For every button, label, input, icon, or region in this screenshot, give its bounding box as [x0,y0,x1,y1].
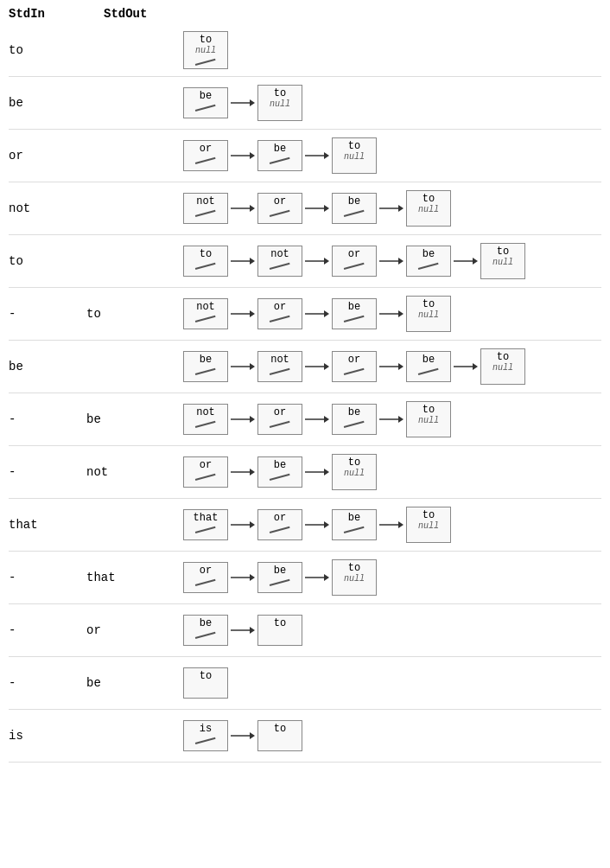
arrow-icon [231,254,255,268]
node-box: not [183,193,228,224]
node-word: not [270,248,289,260]
node-box: or [183,456,228,488]
stdin-label: to [0,254,86,268]
stdin-label: is [0,729,86,743]
stdout-label: be [86,676,181,690]
stdout-label: or [86,623,181,637]
null-label: null [418,310,439,321]
stdin-label: - [0,571,86,584]
node-word: to [423,193,435,205]
node-word: or [200,143,212,155]
slash-indicator [194,156,218,165]
node-box: be [183,87,228,118]
null-label: null [492,258,513,268]
arrow-icon [379,254,403,268]
arrow-icon [231,149,255,163]
node-box: to [257,615,302,646]
slash-indicator [268,262,292,271]
svg-marker-11 [398,205,403,212]
null-label: null [344,574,365,584]
node-word: or [348,354,360,366]
svg-marker-47 [324,521,329,528]
node-box: is [183,720,228,751]
slash-indicator [342,315,366,323]
slash-indicator [194,209,218,218]
node-word: or [274,406,286,418]
node-word: be [200,354,212,366]
node-box: not [257,246,302,277]
node-word: be [274,459,286,471]
node-box: be [332,404,377,435]
node-box: be [406,246,451,277]
svg-marker-51 [250,574,255,581]
node-box: tonull [406,296,451,332]
table-row: -notor be tonull [0,446,610,498]
chain-area: or be tonull [181,558,610,597]
arrow-icon [379,360,403,373]
chain-area: not or be tonull [181,294,610,334]
svg-marker-49 [398,521,403,528]
slash-indicator [194,262,218,271]
slash-indicator [194,578,218,587]
node-word: or [200,459,212,471]
chain-area: to [181,666,610,700]
arrow-icon [231,465,255,479]
stdin-label: - [0,307,86,321]
node-word: to [423,404,435,416]
node-box: be [332,298,377,329]
node-word: or [274,512,286,524]
null-label: null [344,152,365,163]
svg-marker-45 [250,521,255,528]
svg-marker-53 [324,574,329,581]
svg-marker-1 [250,99,255,106]
table-row: thatthat or be tonull [0,499,610,551]
arrow-icon [305,518,329,532]
svg-marker-29 [324,363,329,370]
svg-marker-43 [324,469,329,475]
table-row: totonull [0,24,610,76]
arrow-icon [231,307,255,321]
node-box: tonull [257,85,302,121]
arrow-icon [231,729,255,743]
arrow-icon [231,623,255,637]
node-box: be [183,351,228,382]
chain-area: is to [181,718,610,753]
slash-indicator [194,420,218,429]
table-row: notnot or be tonull [0,182,610,234]
svg-marker-39 [398,416,403,423]
node-word: to [200,34,212,46]
stdout-label: be [86,412,181,426]
svg-marker-3 [250,152,255,159]
arrow-icon [305,149,329,163]
stdin-label: or [0,149,86,163]
node-box: tonull [406,401,451,437]
table-row: bebe tonull [0,77,610,129]
arrow-icon [454,360,478,373]
table-row: toto not or be tonull [0,235,610,287]
slash-indicator [194,315,218,323]
node-box: or [257,298,302,329]
svg-marker-37 [324,416,329,423]
slash-indicator [268,578,292,587]
node-box: or [183,140,228,171]
node-word: be [274,143,286,155]
header-stdout: StdOut [104,7,207,21]
arrow-icon [305,571,329,584]
row-separator [9,762,601,763]
chain-area: tonull [181,29,610,71]
stdin-label: that [0,518,86,532]
node-box: or [257,193,302,224]
slash-indicator [268,156,292,165]
stdin-label: be [0,96,86,110]
node-box: or [183,562,228,593]
node-box: tonull [183,31,228,69]
node-box: or [257,509,302,540]
chain-area: not or be tonull [181,188,610,228]
null-label: null [344,469,365,479]
node-word: be [348,195,360,207]
slash-indicator [342,367,366,376]
slash-indicator [268,367,292,376]
slash-indicator [268,315,292,323]
stdin-label: - [0,623,86,637]
node-box: tonull [406,507,451,543]
